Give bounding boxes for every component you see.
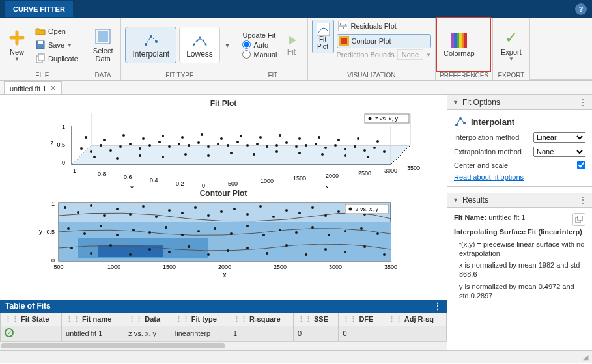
ribbon-group-fit-type: Interpolant Lowess ▾ FIT TYPE xyxy=(121,18,238,80)
col-fit-name[interactable]: ⋮⋮Fit name xyxy=(62,313,124,326)
svg-point-40 xyxy=(227,144,229,147)
svg-text:3500: 3500 xyxy=(407,165,420,171)
svg-point-141 xyxy=(132,229,135,231)
svg-point-57 xyxy=(85,136,87,139)
colormap-button[interactable]: Colormap xyxy=(440,30,479,60)
fit-plot-title: Fit Plot xyxy=(7,99,440,108)
new-button[interactable]: New ▼ xyxy=(4,26,30,64)
read-about-link[interactable]: Read about fit options xyxy=(454,173,585,181)
fit-type-dropdown[interactable]: ▾ xyxy=(223,32,232,58)
copy-button[interactable] xyxy=(572,213,585,226)
doc-tab[interactable]: untitled fit 1 ✕ xyxy=(4,81,62,94)
svg-rect-1 xyxy=(38,41,43,44)
svg-text:z: z xyxy=(51,139,54,147)
svg-point-125 xyxy=(233,208,236,210)
col-sse[interactable]: ⋮⋮SSE xyxy=(294,313,339,326)
resize-grip-icon[interactable]: ◢ xyxy=(583,353,588,361)
close-tab-icon[interactable]: ✕ xyxy=(50,84,56,92)
svg-point-33 xyxy=(158,141,161,143)
svg-point-173 xyxy=(383,253,386,256)
col-data[interactable]: ⋮⋮Data xyxy=(124,313,171,326)
svg-point-118 xyxy=(142,205,145,208)
svg-point-32 xyxy=(148,144,151,147)
col-fit-state[interactable]: ⋮⋮Fit State xyxy=(1,313,62,326)
svg-point-75 xyxy=(139,154,141,157)
select-data-button[interactable]: Select Data xyxy=(89,25,117,65)
svg-point-156 xyxy=(376,232,379,235)
tab-strip: untitled fit 1 ✕ xyxy=(0,81,592,95)
svg-point-116 xyxy=(116,208,119,210)
contour-plot[interactable]: 1 0.5 0 y 500 1000 1500 2000 2500 3000 3… xyxy=(7,199,440,277)
export-button[interactable]: ✓ Export ▼ xyxy=(497,26,526,64)
ribbon-group-preferences: Colormap PREFERENCES xyxy=(436,18,493,80)
svg-point-144 xyxy=(181,234,184,236)
svg-point-115 xyxy=(103,214,106,217)
svg-point-129 xyxy=(285,209,288,212)
contour-plot-title: Contour Plot xyxy=(7,189,440,198)
col-fit-type[interactable]: ⋮⋮Fit type xyxy=(171,313,229,326)
extrap-method-select[interactable]: None xyxy=(533,147,585,157)
contour-plot-toggle[interactable]: Contour Plot xyxy=(337,34,432,48)
collapse-icon[interactable]: ▼ xyxy=(453,99,458,105)
svg-text:1: 1 xyxy=(51,201,55,207)
svg-point-157 xyxy=(70,247,73,249)
svg-point-47 xyxy=(295,145,298,148)
app-tab[interactable]: CURVE FITTER xyxy=(5,1,73,17)
svg-point-83 xyxy=(321,153,324,156)
fit-options-menu-icon[interactable]: ⋮ xyxy=(579,98,587,107)
save-button[interactable]: Save ▼ xyxy=(33,38,81,51)
svg-point-54 xyxy=(363,149,366,152)
svg-point-25 xyxy=(80,147,83,150)
fit-options-title: Interpolant xyxy=(471,117,514,127)
svg-text:1000: 1000 xyxy=(261,178,274,184)
auto-radio[interactable]: Auto xyxy=(242,40,277,49)
check-icon: ✓ xyxy=(505,29,518,47)
col-rsquare[interactable]: ⋮⋮R-square xyxy=(229,313,293,326)
svg-point-65 xyxy=(240,135,242,137)
fit-run-icon xyxy=(285,33,299,48)
svg-point-146 xyxy=(214,227,216,230)
collapse-icon[interactable]: ▼ xyxy=(453,197,458,203)
results-menu-icon[interactable]: ⋮ xyxy=(579,195,587,204)
svg-point-66 xyxy=(259,136,262,139)
svg-text:2500: 2500 xyxy=(274,264,287,270)
svg-point-142 xyxy=(148,231,151,234)
svg-point-172 xyxy=(363,245,366,248)
svg-point-130 xyxy=(298,212,301,214)
svg-point-126 xyxy=(246,213,249,216)
svg-rect-3 xyxy=(38,54,44,61)
center-scale-checkbox[interactable] xyxy=(577,161,585,169)
results-line: x is normalized by mean 1982 and std 868… xyxy=(454,260,585,279)
folder-open-icon xyxy=(35,26,46,36)
svg-point-154 xyxy=(344,230,346,232)
svg-text:0: 0 xyxy=(202,182,205,188)
fit-plot-toggle[interactable]: Fit Plot xyxy=(312,20,334,53)
svg-point-28 xyxy=(109,149,112,152)
svg-point-48 xyxy=(305,144,307,147)
ribbon-group-fit: Update Fit Auto Manual Fit FIT xyxy=(238,18,307,80)
col-adj-rsq[interactable]: ⋮⋮Adj R-sq xyxy=(384,313,446,326)
svg-point-150 xyxy=(279,229,281,231)
col-dfe[interactable]: ⋮⋮DFE xyxy=(339,313,384,326)
svg-point-148 xyxy=(246,225,249,227)
residuals-plot-toggle[interactable]: Residuals Plot xyxy=(337,20,432,33)
svg-point-163 xyxy=(188,245,190,248)
duplicate-button[interactable]: Duplicate xyxy=(33,52,81,65)
svg-point-147 xyxy=(230,232,233,235)
fit-type-lowess[interactable]: Lowess xyxy=(179,27,220,63)
svg-text:2000: 2000 xyxy=(326,173,339,179)
horizontal-scrollbar[interactable] xyxy=(0,341,447,350)
open-button[interactable]: Open xyxy=(33,25,81,38)
table-row[interactable]: ✓ untitled fit 1 z vs. x, y linearinterp… xyxy=(1,326,447,341)
svg-text:0.2: 0.2 xyxy=(176,180,184,187)
fit-plot[interactable]: 1 0.5 0 z 10.80.60.40.20 y 5001000150020… xyxy=(7,109,440,188)
table-menu-icon[interactable]: ⋮ xyxy=(434,301,442,311)
svg-point-58 xyxy=(103,139,106,141)
manual-radio[interactable]: Manual xyxy=(242,50,277,59)
help-icon[interactable]: ? xyxy=(575,3,587,15)
svg-point-68 xyxy=(298,137,301,140)
svg-point-133 xyxy=(337,210,340,213)
svg-point-50 xyxy=(324,147,327,149)
fit-type-interpolant[interactable]: Interpolant xyxy=(125,27,176,63)
interp-method-select[interactable]: Linear xyxy=(533,132,585,143)
